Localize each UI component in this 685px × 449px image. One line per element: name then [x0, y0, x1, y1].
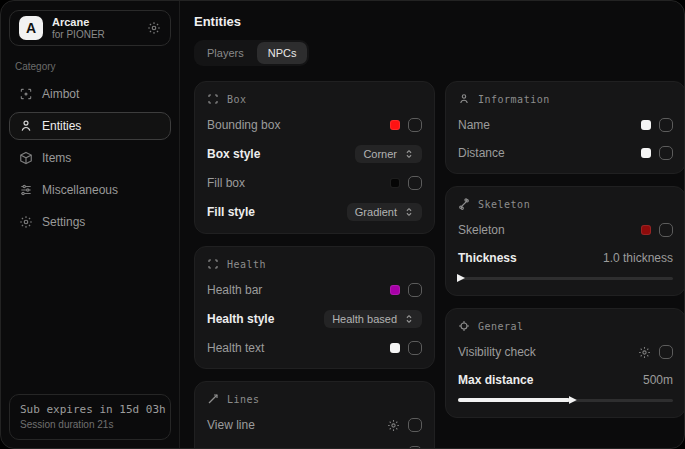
- tab-players[interactable]: Players: [196, 42, 255, 64]
- app-window: A Arcane for PIONER Category: [0, 0, 685, 449]
- color-swatch[interactable]: [390, 285, 400, 295]
- setting-label: Health style: [207, 312, 274, 326]
- sidebar-item-label: Settings: [42, 215, 85, 229]
- max-distance-slider[interactable]: [458, 395, 673, 405]
- card-title: Skeleton: [478, 199, 530, 210]
- color-swatch[interactable]: [641, 225, 651, 235]
- entities-icon: [19, 119, 33, 133]
- sidebar-item-miscellaneous[interactable]: Miscellaneous: [9, 176, 171, 204]
- chevron-up-down-icon: [404, 207, 414, 217]
- color-swatch[interactable]: [390, 178, 400, 188]
- sliders-icon: [19, 183, 33, 197]
- setting-row-distance: Distance: [458, 145, 673, 161]
- fill-style-dropdown[interactable]: Gradient: [347, 203, 422, 221]
- setting-label: Skeleton: [458, 223, 505, 237]
- setting-row-skeleton: Skeleton: [458, 222, 673, 238]
- checkbox[interactable]: [408, 283, 422, 297]
- setting-row-max-distance: Max distance 500m: [458, 372, 673, 388]
- checkbox[interactable]: [408, 341, 422, 355]
- color-swatch[interactable]: [641, 148, 651, 158]
- dropdown-value: Health based: [332, 313, 397, 325]
- app-title-block: Arcane for PIONER: [52, 16, 138, 40]
- page-title: Entities: [194, 14, 685, 29]
- card-title: General: [478, 321, 524, 332]
- sidebar-item-entities[interactable]: Entities: [9, 112, 171, 140]
- checkbox[interactable]: [408, 176, 422, 190]
- setting-label: Name: [458, 118, 490, 132]
- crosshair-scan-icon: [19, 87, 33, 101]
- card-health: Health Health bar Health style Health ba…: [194, 246, 435, 369]
- color-swatch[interactable]: [390, 120, 400, 130]
- checkbox[interactable]: [659, 223, 673, 237]
- gear-icon[interactable]: [638, 346, 651, 359]
- color-swatch[interactable]: [641, 120, 651, 130]
- setting-row-bounding-box: Bounding box: [207, 117, 422, 133]
- thickness-value: 1.0 thickness: [603, 251, 673, 265]
- slider-track[interactable]: [458, 277, 673, 280]
- app-logo: A: [19, 16, 43, 40]
- setting-label: Visibility check: [458, 345, 536, 359]
- bone-icon: [458, 198, 470, 210]
- card-box: Box Bounding box Box style Corner: [194, 81, 435, 234]
- app-header-card: A Arcane for PIONER: [9, 10, 171, 46]
- target-icon: [458, 320, 470, 332]
- setting-label: Max distance: [458, 373, 533, 387]
- box-style-dropdown[interactable]: Corner: [355, 145, 422, 163]
- setting-row-thickness: Thickness 1.0 thickness: [458, 250, 673, 266]
- checkbox[interactable]: [659, 118, 673, 132]
- sidebar-item-label: Miscellaneous: [42, 183, 118, 197]
- sidebar-item-aimbot[interactable]: Aimbot: [9, 80, 171, 108]
- slider-thumb[interactable]: [569, 396, 577, 404]
- card-title: Lines: [227, 394, 260, 405]
- tab-bar: Players NPCs: [194, 40, 309, 66]
- setting-row-view-line: View line: [207, 417, 422, 433]
- left-column: Box Bounding box Box style Corner: [194, 81, 435, 449]
- setting-row-fill-box: Fill box: [207, 175, 422, 191]
- card-title: Information: [478, 94, 550, 105]
- sidebar-item-settings[interactable]: Settings: [9, 208, 171, 236]
- sub-expires-text: Sub expires in 15d 03h: [20, 403, 160, 416]
- main-panel: Entities Players NPCs Box: [180, 1, 685, 448]
- setting-label: Box style: [207, 147, 260, 161]
- checkbox[interactable]: [408, 118, 422, 132]
- app-subtitle: for PIONER: [52, 29, 138, 41]
- card-general: General Visibility check: [445, 308, 685, 418]
- sidebar-item-label: Entities: [42, 119, 81, 133]
- cube-icon: [19, 151, 33, 165]
- setting-row-health-style: Health style Health based: [207, 310, 422, 328]
- gear-icon[interactable]: [387, 419, 400, 432]
- setting-row-box-style: Box style Corner: [207, 145, 422, 163]
- color-swatch[interactable]: [390, 343, 400, 353]
- setting-label: Thickness: [458, 251, 517, 265]
- app-name: Arcane: [52, 16, 138, 29]
- setting-label: Distance: [458, 146, 505, 160]
- setting-label: Health bar: [207, 283, 262, 297]
- dropdown-value: Corner: [363, 148, 397, 160]
- chevron-up-down-icon: [404, 149, 414, 159]
- gear-icon[interactable]: [147, 21, 161, 35]
- gear-icon: [19, 215, 33, 229]
- slider-thumb[interactable]: [457, 274, 465, 282]
- card-title: Health: [227, 259, 266, 270]
- setting-row-name: Name: [458, 117, 673, 133]
- brackets-icon: [207, 258, 219, 270]
- sidebar-nav: Aimbot Entities Items: [9, 80, 171, 236]
- thickness-slider[interactable]: [458, 273, 673, 283]
- tab-npcs[interactable]: NPCs: [257, 42, 308, 64]
- setting-label: View line: [207, 418, 255, 432]
- card-title: Box: [227, 94, 247, 105]
- brackets-icon: [207, 93, 219, 105]
- card-skeleton: Skeleton Skeleton Thickness 1.0 thicknes…: [445, 186, 685, 296]
- sidebar-item-label: Items: [42, 151, 71, 165]
- sidebar-item-items[interactable]: Items: [9, 144, 171, 172]
- health-style-dropdown[interactable]: Health based: [324, 310, 422, 328]
- dropdown-value: Gradient: [355, 206, 397, 218]
- checkbox[interactable]: [408, 418, 422, 432]
- card-lines: Lines View line: [194, 381, 435, 449]
- setting-row-line-to-enemy: Line to enemy: [207, 445, 422, 449]
- person-info-icon: [458, 93, 470, 105]
- checkbox[interactable]: [659, 345, 673, 359]
- checkbox[interactable]: [659, 146, 673, 160]
- setting-label: Bounding box: [207, 118, 280, 132]
- subscription-info-card: Sub expires in 15d 03h Session duration …: [9, 394, 171, 440]
